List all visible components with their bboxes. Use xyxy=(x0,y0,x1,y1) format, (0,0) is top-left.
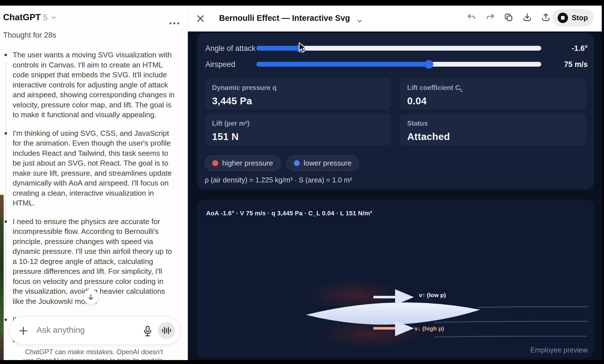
close-icon[interactable] xyxy=(195,13,206,24)
stop-icon xyxy=(558,13,568,23)
model-selector[interactable]: ChatGPT 5 xyxy=(3,12,57,23)
metric-card-lift-coefficient: Lift coefficient CL 0.04 xyxy=(400,78,586,110)
canvas-content: Angle of attack -1.6° Airspeed 75 m/s Dy… xyxy=(188,31,604,360)
employee-preview-watermark: Employee preview xyxy=(530,346,588,354)
canvas-toolbar xyxy=(466,12,551,22)
bottom-arrow-label: v↓ (high p) xyxy=(414,325,444,332)
thought-bullet: I'm thinking of using SVG, CSS, and Java… xyxy=(3,128,177,208)
slider-fill xyxy=(256,46,301,51)
plus-icon[interactable] xyxy=(18,325,29,336)
bullet-text: I'm thinking of using SVG, CSS, and Java… xyxy=(13,128,175,208)
controls-panel: Angle of attack -1.6° Airspeed 75 m/s Dy… xyxy=(197,33,594,189)
model-version: 5 xyxy=(43,13,48,22)
metric-card-status: Status Attached xyxy=(400,114,586,145)
thought-duration-label[interactable]: Thought for 28s xyxy=(3,31,56,40)
metric-label: Lift coefficient C xyxy=(407,84,460,91)
scroll-to-bottom-button[interactable] xyxy=(83,290,98,305)
airspeed-label: Airspeed xyxy=(205,60,235,69)
metric-label: Lift (per m²) xyxy=(212,119,249,127)
constants-note: ρ (air density) = 1.225 kg/m³ · S (area)… xyxy=(205,176,352,184)
more-options-icon[interactable] xyxy=(168,19,181,28)
red-dot-icon xyxy=(212,160,218,166)
thought-bullet: The user wants a moving SVG visualizatio… xyxy=(3,50,177,120)
chat-input[interactable]: Ask anything xyxy=(37,325,85,335)
metric-cards: Dynamic pressure q 3,445 Pa Lift coeffic… xyxy=(205,78,586,145)
slider-thumb[interactable] xyxy=(424,60,433,69)
canvas-titlebar: Bernoulli Effect — Interactive Svg Stop xyxy=(188,6,604,31)
copy-icon[interactable] xyxy=(504,12,514,22)
voice-mode-button[interactable] xyxy=(158,322,175,339)
microphone-icon[interactable] xyxy=(142,325,154,338)
metric-card-dynamic-pressure: Dynamic pressure q 3,445 Pa xyxy=(205,78,391,110)
bullet-dot xyxy=(4,54,7,56)
chat-panel: ChatGPT 5 Thought for 28s The user wants… xyxy=(0,6,188,360)
canvas-doc-title[interactable]: Bernoulli Effect — Interactive Svg xyxy=(219,13,350,23)
thought-bullets: The user wants a moving SVG visualizatio… xyxy=(3,50,177,353)
slider-fill xyxy=(256,62,429,67)
status-value: Attached xyxy=(407,131,579,142)
airspeed-slider[interactable] xyxy=(256,62,541,67)
angle-of-attack-label: Angle of attack xyxy=(205,44,256,53)
brand-title: ChatGPT xyxy=(3,12,41,22)
top-arrow-label: v↑ (low p) xyxy=(419,292,446,299)
pressure-legend: higher pressure lower pressure xyxy=(205,155,359,171)
window-top-bar xyxy=(0,0,604,6)
metric-label: Dynamic pressure q xyxy=(212,84,276,91)
share-icon[interactable] xyxy=(541,12,551,22)
bullet-text: The user wants a moving SVG visualizatio… xyxy=(13,50,175,120)
angle-of-attack-row: Angle of attack -1.6° xyxy=(197,44,594,53)
chevron-down-icon xyxy=(50,14,57,21)
bullet-dot xyxy=(4,220,7,223)
disclaimer-line: ChatGPT can make mistakes. OpenAI doesn'… xyxy=(0,347,188,356)
waveform-icon xyxy=(161,325,172,336)
undo-icon[interactable] xyxy=(466,12,477,22)
download-icon[interactable] xyxy=(522,12,532,22)
window-bottom-bar xyxy=(0,360,604,364)
window-right-edge xyxy=(602,6,604,360)
legend-label: higher pressure xyxy=(222,159,273,168)
arrow-down-icon xyxy=(87,293,95,301)
stop-button-label: Stop xyxy=(572,13,588,22)
composer: Ask anything xyxy=(9,316,180,345)
redo-icon[interactable] xyxy=(485,12,495,22)
stop-button[interactable]: Stop xyxy=(552,9,594,26)
legend-chip-higher-pressure: higher pressure xyxy=(205,155,281,171)
chevron-down-icon[interactable] xyxy=(355,17,364,25)
mouse-cursor xyxy=(298,42,308,53)
metric-value: 0.04 xyxy=(407,95,579,107)
metric-card-lift: Lift (per m²) 151 N xyxy=(205,114,391,145)
bullet-dot xyxy=(4,132,7,135)
airspeed-row: Airspeed 75 m/s xyxy=(197,60,594,69)
bullet-dot xyxy=(4,318,7,321)
blue-dot-icon xyxy=(294,160,300,166)
desktop-wallpaper-sliver xyxy=(0,195,4,360)
metric-label: Status xyxy=(407,119,428,127)
airspeed-value: 75 m/s xyxy=(564,60,588,69)
airfoil-visualization xyxy=(197,200,594,358)
metric-value: 3,445 Pa xyxy=(212,95,384,107)
angle-of-attack-value: -1.6° xyxy=(572,44,588,53)
legend-label: lower pressure xyxy=(304,159,352,168)
legend-chip-lower-pressure: lower pressure xyxy=(286,155,359,171)
visualization-panel: AoA -1.6° · V 75 m/s · q 3,445 Pa · C_L … xyxy=(197,200,594,358)
metric-value: 151 N xyxy=(212,131,384,142)
